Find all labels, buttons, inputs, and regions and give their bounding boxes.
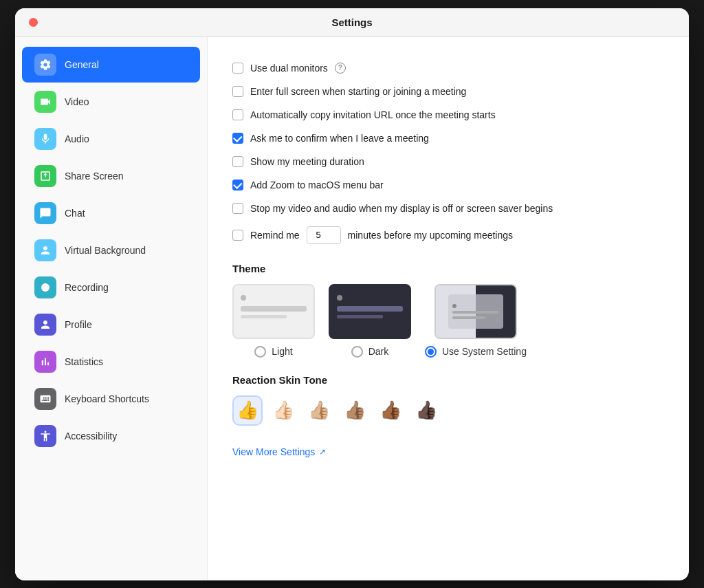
skin-tone-2[interactable]: 👍🏼 <box>304 395 334 426</box>
menu-bar-row: Add Zoom to macOS menu bar <box>232 173 664 197</box>
share-screen-icon <box>34 165 56 187</box>
sidebar-label-chat: Chat <box>65 208 85 219</box>
general-icon <box>34 54 56 76</box>
remind-me-input[interactable] <box>307 226 341 244</box>
sidebar: GeneralVideoAudioShare ScreenChatVirtual… <box>15 37 208 580</box>
dual-monitors-help-icon[interactable]: ? <box>335 63 346 74</box>
remind-me-label-before: Remind me <box>250 230 300 241</box>
theme-preview-dark <box>329 284 411 339</box>
sidebar-item-accessibility[interactable]: Accessibility <box>22 418 200 454</box>
sidebar-label-recording: Recording <box>65 282 109 293</box>
sidebar-item-general[interactable]: General <box>22 47 200 83</box>
accessibility-icon <box>34 425 56 447</box>
theme-label-light: Light <box>272 346 292 357</box>
sidebar-label-statistics: Statistics <box>65 356 103 367</box>
keyboard-shortcuts-icon <box>34 388 56 410</box>
sidebar-label-accessibility: Accessibility <box>65 431 117 442</box>
sidebar-label-general: General <box>65 59 99 70</box>
remind-me-row: Remind me minutes before my upcoming mee… <box>232 220 664 250</box>
theme-label-dark: Dark <box>368 346 389 357</box>
theme-option-dark[interactable]: Dark <box>329 284 411 358</box>
meeting-duration-checkbox[interactable] <box>232 156 243 167</box>
theme-label-system: Use System Setting <box>442 346 527 357</box>
recording-icon <box>34 276 56 298</box>
menu-bar-checkbox[interactable] <box>232 179 243 190</box>
stop-video-checkbox[interactable] <box>232 203 243 214</box>
virtual-background-icon <box>34 239 56 261</box>
theme-radio-system-row: Use System Setting <box>425 346 527 358</box>
sidebar-label-share-screen: Share Screen <box>65 171 124 182</box>
theme-radio-light[interactable] <box>254 346 266 358</box>
theme-option-light[interactable]: Light <box>232 284 315 358</box>
sidebar-label-virtual-background: Virtual Background <box>65 245 146 256</box>
stop-video-row: Stop my video and audio when my display … <box>232 197 664 220</box>
skin-tone-0[interactable]: 👍 <box>232 395 263 426</box>
sidebar-label-profile: Profile <box>65 319 92 330</box>
view-more-label: View More Settings <box>232 446 315 457</box>
skin-tone-section-title: Reaction Skin Tone <box>232 374 664 386</box>
checkboxes-container: Use dual monitors?Enter full screen when… <box>232 56 664 220</box>
sidebar-item-audio[interactable]: Audio <box>22 121 200 157</box>
copy-invite-label: Automatically copy invitation URL once t… <box>250 109 496 120</box>
theme-preview-system <box>434 284 517 339</box>
sidebar-item-recording[interactable]: Recording <box>22 270 200 305</box>
skin-tone-1[interactable]: 👍🏻 <box>268 395 298 426</box>
window-title: Settings <box>331 17 372 28</box>
skin-tones-container: 👍👍🏻👍🏼👍🏽👍🏾👍🏿 <box>232 395 664 426</box>
chat-icon <box>34 202 56 224</box>
sidebar-label-video: Video <box>65 96 89 107</box>
skin-tone-4[interactable]: 👍🏾 <box>375 395 406 426</box>
sidebar-item-keyboard-shortcuts[interactable]: Keyboard Shortcuts <box>22 381 200 417</box>
main-content: Use dual monitors?Enter full screen when… <box>208 37 689 580</box>
theme-radio-light-row: Light <box>254 346 292 358</box>
theme-radio-dark[interactable] <box>351 346 363 358</box>
meeting-duration-label: Show my meeting duration <box>250 156 364 167</box>
content-area: GeneralVideoAudioShare ScreenChatVirtual… <box>15 37 689 580</box>
statistics-icon <box>34 351 56 373</box>
theme-radio-system[interactable] <box>425 346 437 358</box>
dual-monitors-checkbox[interactable] <box>232 63 243 74</box>
sidebar-item-statistics[interactable]: Statistics <box>22 344 200 380</box>
full-screen-row: Enter full screen when starting or joini… <box>232 80 664 103</box>
sidebar-item-share-screen[interactable]: Share Screen <box>22 158 200 194</box>
theme-option-system[interactable]: Use System Setting <box>425 284 527 358</box>
profile-icon <box>34 314 56 336</box>
sidebar-label-keyboard-shortcuts: Keyboard Shortcuts <box>65 393 149 404</box>
theme-options: Light Dark <box>232 284 664 358</box>
sidebar-item-virtual-background[interactable]: Virtual Background <box>22 232 200 268</box>
full-screen-checkbox[interactable] <box>232 86 243 97</box>
stop-video-label: Stop my video and audio when my display … <box>250 203 553 214</box>
theme-radio-dark-row: Dark <box>351 346 389 358</box>
dual-monitors-label: Use dual monitors <box>250 63 328 74</box>
view-more-settings-link[interactable]: View More Settings ↗ <box>232 446 664 457</box>
settings-window: Settings GeneralVideoAudioShare ScreenCh… <box>15 8 689 580</box>
confirm-leave-row: Ask me to confirm when I leave a meeting <box>232 127 664 150</box>
confirm-leave-label: Ask me to confirm when I leave a meeting <box>250 133 429 144</box>
meeting-duration-row: Show my meeting duration <box>232 150 664 173</box>
sidebar-item-video[interactable]: Video <box>22 84 200 120</box>
confirm-leave-checkbox[interactable] <box>232 133 243 144</box>
dual-monitors-row: Use dual monitors? <box>232 56 664 80</box>
skin-tone-3[interactable]: 👍🏽 <box>340 395 370 426</box>
sidebar-item-chat[interactable]: Chat <box>22 195 200 231</box>
sidebar-label-audio: Audio <box>65 133 89 144</box>
remind-me-label-after: minutes before my upcoming meetings <box>348 230 513 241</box>
sidebar-item-profile[interactable]: Profile <box>22 307 200 342</box>
theme-preview-light <box>232 284 315 339</box>
copy-invite-row: Automatically copy invitation URL once t… <box>232 103 664 127</box>
skin-tone-5[interactable]: 👍🏿 <box>411 395 441 426</box>
video-icon <box>34 91 56 113</box>
menu-bar-label: Add Zoom to macOS menu bar <box>250 179 384 190</box>
remind-me-checkbox[interactable] <box>232 230 243 241</box>
svg-point-0 <box>41 283 50 292</box>
copy-invite-checkbox[interactable] <box>232 109 243 120</box>
audio-icon <box>34 128 56 150</box>
theme-section-title: Theme <box>232 263 664 274</box>
external-link-icon: ↗ <box>319 447 326 457</box>
titlebar: Settings <box>15 8 689 37</box>
close-button[interactable] <box>29 18 38 27</box>
full-screen-label: Enter full screen when starting or joini… <box>250 86 466 97</box>
